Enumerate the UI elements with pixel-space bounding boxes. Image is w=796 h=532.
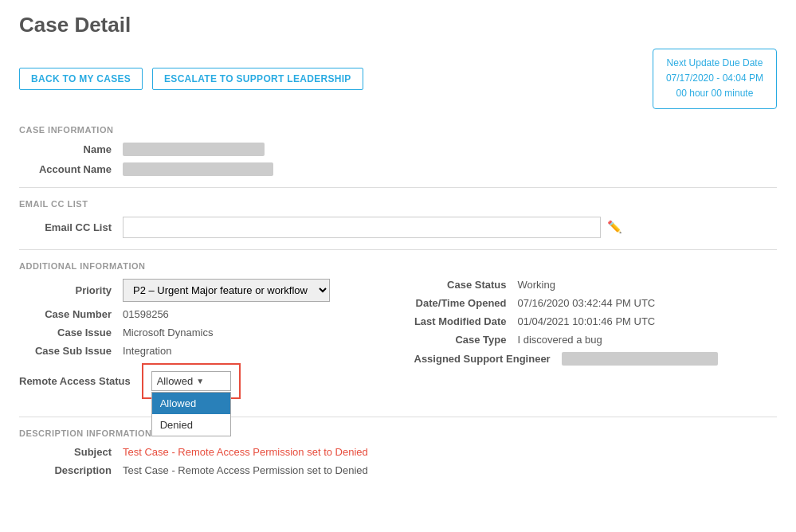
name-label: Name xyxy=(19,143,123,155)
case-info-section: CASE INFORMATION Name CASE-PERSON-REDACT… xyxy=(19,125,777,176)
last-modified-row: Last Modified Date 01/04/2021 10:01:46 P… xyxy=(414,315,778,327)
account-name-value: ACCOUNT-NAME-REDACTED xyxy=(123,162,273,176)
additional-info-section: ADDITIONAL INFORMATION Priority P2 – Urg… xyxy=(19,261,777,405)
case-issue-label: Case Issue xyxy=(19,327,123,338)
remote-access-container: Allowed ▼ Allowed Denied xyxy=(151,371,231,391)
next-update-box: Next Update Due Date 07/17/2020 - 04:04 … xyxy=(653,49,777,109)
next-update-date: 07/17/2020 - 04:04 PM xyxy=(666,71,763,86)
case-status-row: Case Status Working xyxy=(414,279,778,291)
edit-icon[interactable]: ✏️ xyxy=(607,220,622,234)
case-status-value: Working xyxy=(518,279,555,291)
remote-access-row: Remote Access Status Allowed ▼ Allowed D… xyxy=(19,363,382,399)
date-opened-label: Date/Time Opened xyxy=(414,297,518,309)
case-issue-row: Case Issue Microsoft Dynamics xyxy=(19,327,382,338)
priority-label: Priority xyxy=(19,284,123,296)
assigned-engineer-row: Assigned Support Engineer GARRET-PERSON-… xyxy=(414,352,778,366)
date-opened-value: 07/16/2020 03:42:44 PM UTC xyxy=(518,297,656,309)
name-value: CASE-PERSON-REDACTED xyxy=(123,143,265,156)
remote-access-label: Remote Access Status xyxy=(19,375,142,387)
case-status-label: Case Status xyxy=(414,279,518,291)
case-number-label: Case Number xyxy=(19,308,123,320)
account-name-label: Account Name xyxy=(19,163,123,175)
remote-access-wrapper: Allowed ▼ Allowed Denied xyxy=(142,363,241,399)
remote-dropdown-options: Allowed Denied xyxy=(151,392,231,436)
email-cc-label: EMAIL CC LIST xyxy=(19,199,777,209)
priority-select[interactable]: P2 – Urgent Major feature or workflow is… xyxy=(123,279,330,302)
subject-row: Subject Test Case - Remote Access Permis… xyxy=(19,446,777,458)
case-type-row: Case Type I discovered a bug xyxy=(414,334,778,346)
escalate-button[interactable]: ESCALATE TO SUPPORT LEADERSHIP xyxy=(152,68,363,90)
name-row: Name CASE-PERSON-REDACTED xyxy=(19,143,777,156)
subject-label: Subject xyxy=(19,446,123,458)
case-sub-issue-label: Case Sub Issue xyxy=(19,345,123,357)
date-opened-row: Date/Time Opened 07/16/2020 03:42:44 PM … xyxy=(414,297,778,309)
right-column: Case Status Working Date/Time Opened 07/… xyxy=(414,279,778,405)
last-modified-value: 01/04/2021 10:01:46 PM UTC xyxy=(518,315,656,327)
description-row: Description Test Case - Remote Access Pe… xyxy=(19,464,777,476)
description-section: DESCRIPTION INFORMATION Subject Test Cas… xyxy=(19,428,777,476)
two-col-layout: Priority P2 – Urgent Major feature or wo… xyxy=(19,279,777,405)
description-value: Test Case - Remote Access Permission set… xyxy=(123,464,368,476)
subject-value[interactable]: Test Case - Remote Access Permission set… xyxy=(123,446,368,458)
case-number-row: Case Number 01598256 xyxy=(19,308,382,320)
top-bar: BACK TO MY CASES ESCALATE TO SUPPORT LEA… xyxy=(19,49,777,109)
email-cc-row: Email CC List ✏️ xyxy=(19,217,777,238)
description-section-label: DESCRIPTION INFORMATION xyxy=(19,428,777,438)
additional-info-label: ADDITIONAL INFORMATION xyxy=(19,261,777,271)
case-issue-value: Microsoft Dynamics xyxy=(123,327,213,338)
remote-select-value: Allowed xyxy=(157,375,194,387)
case-number-value: 01598256 xyxy=(123,308,169,320)
remote-option-allowed[interactable]: Allowed xyxy=(152,393,230,414)
email-cc-field-label: Email CC List xyxy=(19,221,123,233)
last-modified-label: Last Modified Date xyxy=(414,315,518,327)
email-cc-input[interactable] xyxy=(123,217,601,238)
case-sub-issue-value: Integration xyxy=(123,345,171,357)
remote-select-display[interactable]: Allowed ▼ xyxy=(151,371,231,391)
case-info-label: CASE INFORMATION xyxy=(19,125,777,135)
case-sub-issue-row: Case Sub Issue Integration xyxy=(19,345,382,357)
page-title: Case Detail xyxy=(19,13,777,37)
case-type-label: Case Type xyxy=(414,334,518,346)
description-label: Description xyxy=(19,464,123,476)
account-name-row: Account Name ACCOUNT-NAME-REDACTED xyxy=(19,162,777,176)
assigned-engineer-label: Assigned Support Engineer xyxy=(414,353,562,365)
back-to-cases-button[interactable]: BACK TO MY CASES xyxy=(19,68,143,90)
email-cc-section: EMAIL CC LIST Email CC List ✏️ xyxy=(19,199,777,238)
remote-option-denied[interactable]: Denied xyxy=(152,414,230,436)
case-type-value: I discovered a bug xyxy=(518,334,602,346)
chevron-down-icon: ▼ xyxy=(196,377,225,385)
priority-row: Priority P2 – Urgent Major feature or wo… xyxy=(19,279,382,302)
next-update-label: Next Update Due Date xyxy=(666,56,763,71)
next-update-time: 00 hour 00 minute xyxy=(666,86,763,101)
assigned-engineer-value: GARRET-PERSON-REDACTED xyxy=(562,352,719,366)
left-column: Priority P2 – Urgent Major feature or wo… xyxy=(19,279,382,405)
